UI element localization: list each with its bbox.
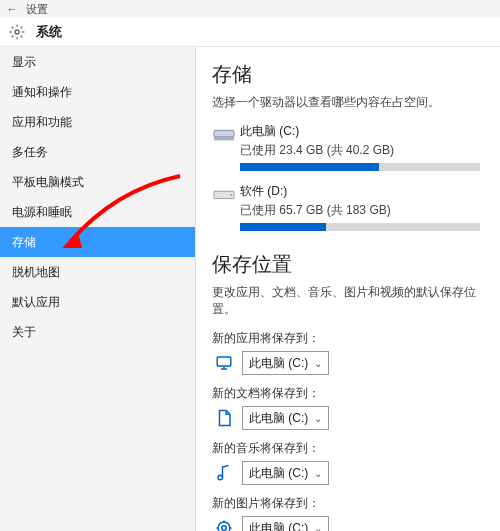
gear-icon [8, 23, 26, 41]
sidebar: 显示 通知和操作 应用和功能 多任务 平板电脑模式 电源和睡眠 存储 脱机地图 … [0, 47, 196, 531]
save-row-music: 新的音乐将保存到： 此电脑 (C:)⌄ [212, 440, 484, 485]
sidebar-item-label: 关于 [12, 324, 36, 341]
window-title: 设置 [26, 2, 48, 17]
chevron-down-icon: ⌄ [314, 523, 322, 532]
chevron-down-icon: ⌄ [314, 413, 322, 424]
header-title: 系统 [36, 23, 62, 41]
titlebar: ← 设置 [0, 0, 500, 18]
target-icon [212, 519, 236, 531]
sidebar-item-label: 存储 [12, 234, 36, 251]
save-row-label: 新的图片将保存到： [212, 495, 484, 512]
sidebar-item-label: 脱机地图 [12, 264, 60, 281]
page-title: 存储 [212, 61, 484, 88]
sidebar-item-label: 显示 [12, 54, 36, 71]
save-dropdown-documents[interactable]: 此电脑 (C:)⌄ [242, 406, 329, 430]
drive-name: 此电脑 (C:) [240, 123, 484, 140]
drive-icon [212, 183, 236, 205]
drive-row-c[interactable]: 此电脑 (C:) 已使用 23.4 GB (共 40.2 GB) [212, 123, 484, 171]
drive-name: 软件 (D:) [240, 183, 484, 200]
save-locations-subtitle: 更改应用、文档、音乐、图片和视频的默认保存位置。 [212, 284, 484, 318]
save-row-label: 新的应用将保存到： [212, 330, 484, 347]
save-row-pictures: 新的图片将保存到： 此电脑 (C:)⌄ [212, 495, 484, 531]
svg-point-0 [15, 30, 19, 34]
svg-rect-5 [217, 357, 231, 366]
svg-point-4 [230, 194, 232, 196]
save-row-label: 新的文档将保存到： [212, 385, 484, 402]
drive-row-d[interactable]: 软件 (D:) 已使用 65.7 GB (共 183 GB) [212, 183, 484, 231]
sidebar-item-label: 通知和操作 [12, 84, 72, 101]
drive-usage-bar [240, 223, 480, 231]
sidebar-item-multitask[interactable]: 多任务 [0, 137, 195, 167]
sidebar-item-notifications[interactable]: 通知和操作 [0, 77, 195, 107]
chevron-down-icon: ⌄ [314, 358, 322, 369]
storage-subtitle: 选择一个驱动器以查看哪些内容在占空间。 [212, 94, 484, 111]
sidebar-item-label: 电源和睡眠 [12, 204, 72, 221]
sidebar-item-tablet[interactable]: 平板电脑模式 [0, 167, 195, 197]
sidebar-item-offline-maps[interactable]: 脱机地图 [0, 257, 195, 287]
sidebar-item-about[interactable]: 关于 [0, 317, 195, 347]
monitor-icon [212, 354, 236, 372]
save-dropdown-apps[interactable]: 此电脑 (C:)⌄ [242, 351, 329, 375]
save-dropdown-pictures[interactable]: 此电脑 (C:)⌄ [242, 516, 329, 531]
save-dropdown-music[interactable]: 此电脑 (C:)⌄ [242, 461, 329, 485]
drive-usage-text: 已使用 23.4 GB (共 40.2 GB) [240, 142, 484, 159]
sidebar-item-label: 平板电脑模式 [12, 174, 84, 191]
svg-point-10 [222, 526, 227, 531]
sidebar-item-storage[interactable]: 存储 [0, 227, 195, 257]
drive-usage-bar [240, 163, 480, 171]
document-icon [212, 409, 236, 427]
app-header: 系统 [0, 18, 500, 46]
dropdown-value: 此电脑 (C:) [249, 465, 308, 482]
drive-usage-fill [240, 163, 379, 171]
sidebar-item-default-apps[interactable]: 默认应用 [0, 287, 195, 317]
drive-usage-text: 已使用 65.7 GB (共 183 GB) [240, 202, 484, 219]
sidebar-item-power[interactable]: 电源和睡眠 [0, 197, 195, 227]
save-row-label: 新的音乐将保存到： [212, 440, 484, 457]
save-row-apps: 新的应用将保存到： 此电脑 (C:)⌄ [212, 330, 484, 375]
dropdown-value: 此电脑 (C:) [249, 410, 308, 427]
sidebar-item-label: 默认应用 [12, 294, 60, 311]
chevron-down-icon: ⌄ [314, 468, 322, 479]
music-icon [212, 464, 236, 482]
dropdown-value: 此电脑 (C:) [249, 355, 308, 372]
main-panel: 存储 选择一个驱动器以查看哪些内容在占空间。 此电脑 (C:) 已使用 23.4… [196, 47, 500, 531]
drive-icon [212, 123, 236, 145]
drive-usage-fill [240, 223, 326, 231]
sidebar-item-display[interactable]: 显示 [0, 47, 195, 77]
dropdown-value: 此电脑 (C:) [249, 520, 308, 532]
sidebar-item-label: 多任务 [12, 144, 48, 161]
svg-rect-2 [214, 137, 234, 141]
save-row-documents: 新的文档将保存到： 此电脑 (C:)⌄ [212, 385, 484, 430]
sidebar-item-apps[interactable]: 应用和功能 [0, 107, 195, 137]
back-button[interactable]: ← [4, 3, 20, 15]
svg-rect-1 [214, 130, 234, 136]
sidebar-item-label: 应用和功能 [12, 114, 72, 131]
save-locations-title: 保存位置 [212, 251, 484, 278]
